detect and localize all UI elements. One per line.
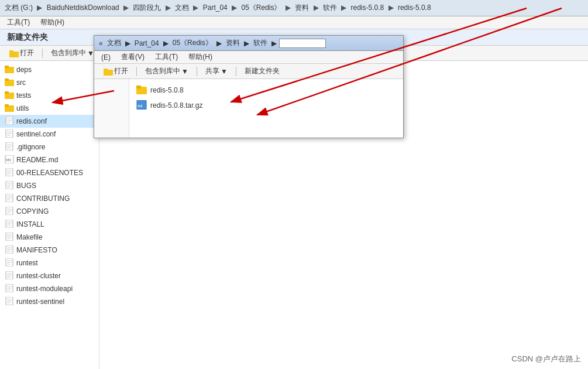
folder-icon xyxy=(5,104,14,114)
open-btn[interactable]: 打开 xyxy=(5,47,39,59)
sidebar-item-label: tests xyxy=(16,91,31,100)
overlay-include-lib-btn[interactable]: 包含到库中 ▼ xyxy=(140,65,193,77)
file-icon xyxy=(5,297,14,307)
sidebar-item-label: README.md xyxy=(16,156,58,164)
sidebar-item-label: runtest-sentinel xyxy=(16,298,64,306)
sidebar-item-label: runtest xyxy=(16,259,38,267)
include-lib-btn[interactable]: 包含到库中 ▼ xyxy=(46,47,99,59)
overlay-menu-bar: (E) 查看(V) 工具(T) 帮助(H) xyxy=(94,51,403,64)
sidebar-item-INSTALL[interactable]: INSTALL xyxy=(0,218,99,231)
menu-bar: 工具(T) 帮助(H) xyxy=(0,16,588,29)
sidebar-item-MANIFESTO[interactable]: MANIFESTO xyxy=(0,244,99,257)
sidebar-item-runtest[interactable]: runtest xyxy=(0,257,99,269)
sidebar-item-runtest-cluster[interactable]: runtest-cluster xyxy=(0,269,99,282)
sidebar-item-label: 00-RELEASENOTES xyxy=(16,169,83,177)
overlay-file-row[interactable]: redis-5.0.8 xyxy=(134,84,398,97)
file-icon xyxy=(5,245,14,255)
sidebar-item-label: .gitignore xyxy=(16,143,45,151)
overlay-open-btn[interactable]: 打开 xyxy=(99,65,133,77)
overlay-menu-help[interactable]: 帮助(H) xyxy=(184,51,217,63)
menu-tools[interactable]: 工具(T) xyxy=(2,16,35,29)
title-path: 文档 (G:) ▶ BaiduNetdiskDownload ▶ 四阶段九 ▶ … xyxy=(5,3,431,13)
overlay-left-panel xyxy=(94,79,129,138)
file-icon xyxy=(5,258,14,268)
sidebar-item-sentinel_conf[interactable]: sentinel.conf xyxy=(0,128,99,141)
svg-rect-1 xyxy=(9,50,13,53)
sidebar-item-label: src xyxy=(16,78,26,87)
sidebar-item-tests[interactable]: tests xyxy=(0,89,99,102)
file-icon xyxy=(5,233,14,242)
overlay-sep2 xyxy=(197,67,197,76)
path-input[interactable] xyxy=(279,39,326,48)
file-icon xyxy=(5,284,14,294)
sidebar-item-00-RELEASENOTES[interactable]: 00-RELEASENOTES xyxy=(0,166,99,179)
sidebar-item-utils[interactable]: utils xyxy=(0,102,99,115)
sidebar-item-label: CONTRIBUTING xyxy=(16,194,70,203)
sidebar-item-label: runtest-cluster xyxy=(16,272,61,280)
overlay-file-row[interactable]: GZredis-5.0.8.tar.gz xyxy=(134,99,398,112)
overlay-file-label: redis-5.0.8 xyxy=(150,86,184,94)
sidebar-item-label: MANIFESTO xyxy=(16,246,57,254)
overlay-share-btn[interactable]: 共享 ▼ xyxy=(201,65,232,77)
svg-rect-3 xyxy=(5,66,9,68)
folder-icon xyxy=(136,85,147,96)
sidebar-item-Makefile[interactable]: Makefile xyxy=(0,231,99,244)
sidebar-item-label: Makefile xyxy=(16,233,43,241)
sidebar-item-runtest-sentinel[interactable]: runtest-sentinel xyxy=(0,295,99,308)
svg-text:MD: MD xyxy=(6,158,12,162)
overlay-window: « 文档 ▶ Part_04 ▶ 05《Redis》 ▶ 资料 ▶ 软件 ▶ (… xyxy=(94,35,404,138)
sidebar-item-label: INSTALL xyxy=(16,220,44,228)
menu-help[interactable]: 帮助(H) xyxy=(36,16,69,29)
overlay-title-bar: « 文档 ▶ Part_04 ▶ 05《Redis》 ▶ 资料 ▶ 软件 ▶ xyxy=(94,36,403,51)
sidebar-item-label: utils xyxy=(16,104,29,112)
folder-icon xyxy=(5,65,14,75)
folder-icon xyxy=(5,78,14,88)
overlay-file-label: redis-5.0.8.tar.gz xyxy=(150,101,202,110)
watermark: CSDN @卢卢在路上 xyxy=(511,354,581,364)
file-icon xyxy=(5,142,14,152)
overlay-breadcrumb: « 文档 ▶ Part_04 ▶ 05《Redis》 ▶ 资料 ▶ 软件 ▶ xyxy=(99,38,326,48)
sidebar-item-label: BUGS xyxy=(16,182,36,190)
sidebar-item-label: sentinel.conf xyxy=(16,130,56,138)
svg-rect-5 xyxy=(5,78,9,81)
svg-rect-7 xyxy=(5,91,9,94)
file-icon xyxy=(5,117,14,127)
sidebar-item-CONTRIBUTING[interactable]: CONTRIBUTING xyxy=(0,192,99,205)
file-icon xyxy=(5,194,14,204)
overlay-sep1 xyxy=(136,67,137,76)
file-icon: MD xyxy=(5,155,14,165)
sidebar-item-label: redis.conf xyxy=(16,117,47,125)
file-icon xyxy=(5,181,14,191)
overlay-new-folder-btn[interactable]: 新建文件夹 xyxy=(240,65,284,77)
new-folder-label: 新建文件夹 xyxy=(7,32,48,43)
sidebar-item-src[interactable]: src xyxy=(0,76,99,89)
file-icon xyxy=(5,207,14,217)
sidebar-item-redis_conf[interactable]: redis.conf xyxy=(0,115,99,128)
sidebar-item-COPYING[interactable]: COPYING xyxy=(0,205,99,218)
overlay-menu-view[interactable]: 查看(V) xyxy=(116,51,149,63)
overlay-content: redis-5.0.8GZredis-5.0.8.tar.gz xyxy=(94,79,403,138)
sidebar-item-label: runtest-moduleapi xyxy=(16,285,73,293)
overlay-main: redis-5.0.8GZredis-5.0.8.tar.gz xyxy=(129,79,403,138)
file-icon xyxy=(5,129,14,139)
folder-open-icon xyxy=(9,49,19,57)
sidebar-item-runtest-moduleapi[interactable]: runtest-moduleapi xyxy=(0,282,99,295)
sidebar-item-deps[interactable]: deps xyxy=(0,63,99,76)
overlay-menu-tools[interactable]: 工具(T) xyxy=(150,51,183,63)
sidebar-item-README_md[interactable]: MDREADME.md xyxy=(0,153,99,166)
overlay-action-bar: 打开 包含到库中 ▼ 共享 ▼ 新建文件夹 xyxy=(94,64,403,79)
title-bar: 文档 (G:) ▶ BaiduNetdiskDownload ▶ 四阶段九 ▶ … xyxy=(0,0,588,16)
file-icon xyxy=(5,168,14,178)
sidebar-item-_gitignore[interactable]: .gitignore xyxy=(0,141,99,153)
sidebar-item-label: deps xyxy=(16,66,32,74)
sidebar-item-label: COPYING xyxy=(16,207,49,216)
svg-rect-71 xyxy=(136,86,141,88)
sep1 xyxy=(42,49,43,58)
file-icon xyxy=(5,271,14,281)
overlay-sep3 xyxy=(236,67,236,76)
sidebar-item-BUGS[interactable]: BUGS xyxy=(0,179,99,192)
svg-text:GZ: GZ xyxy=(137,104,143,108)
overlay-folder-open-icon xyxy=(104,67,113,76)
file-icon xyxy=(5,220,14,230)
overlay-menu-edit[interactable]: (E) xyxy=(97,52,115,63)
